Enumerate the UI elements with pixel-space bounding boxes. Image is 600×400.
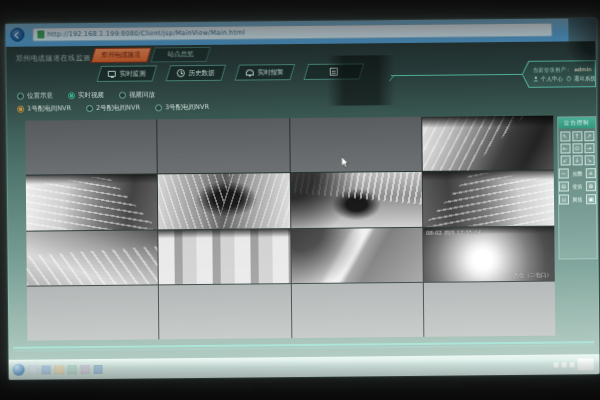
- taskbar-icons: [29, 364, 103, 374]
- menu-button[interactable]: 实时报警: [234, 64, 295, 81]
- ptz-arrow-button[interactable]: ↘: [584, 155, 594, 165]
- tray-icon[interactable]: [562, 362, 567, 367]
- menu-icon: [177, 69, 185, 77]
- power-icon: [566, 75, 572, 81]
- menu-button[interactable]: [303, 63, 364, 80]
- camera-cell[interactable]: [422, 116, 554, 172]
- ptz-iris-row: − 光圈 +: [559, 168, 596, 178]
- header-divider-line: [391, 74, 523, 79]
- focus-label: 聚焦: [571, 196, 585, 202]
- view-mode-radio[interactable]: 位置示意: [17, 91, 53, 100]
- page-bottom-accent-line: [13, 341, 594, 349]
- ptz-zoom-row: ⊖ 变倍 ⊕: [559, 181, 596, 191]
- tab-label: 站点总览: [168, 50, 194, 59]
- nvr-radio[interactable]: 1号配电间NVR: [17, 104, 71, 114]
- radio-dot-icon: [119, 92, 126, 99]
- login-label: 当前登录用户：: [533, 66, 572, 73]
- zoom-out-button[interactable]: ⊖: [559, 181, 569, 191]
- nav-tab[interactable]: 郑州电缆隧道: [90, 47, 151, 63]
- ptz-control-panel: 云台控制 ↖ ↑ ↗ ← ⊙ → ↙: [557, 116, 597, 259]
- ptz-arrow-button[interactable]: →: [584, 143, 594, 153]
- back-button[interactable]: [10, 28, 24, 42]
- url-bar[interactable]: http://192.168.1.199:8080/Client/jsp/Mai…: [32, 23, 552, 42]
- ptz-panel-title: 云台控制: [558, 117, 595, 128]
- nvr-radio[interactable]: 3号配电间NVR: [155, 103, 209, 113]
- tab-label: 郑州电缆隧道: [102, 51, 141, 60]
- url-text: http://192.168.1.199:8080/Client/jsp/Mai…: [47, 29, 245, 39]
- ptz-arrow-button[interactable]: ↙: [560, 155, 570, 165]
- nvr-select-options: 1号配电间NVR 2号配电间NVR 3号配电间NVR: [17, 102, 209, 115]
- divider-tick: [382, 76, 394, 81]
- logout-link[interactable]: 退出系统: [566, 75, 596, 82]
- iris-label: 光圈: [570, 170, 584, 176]
- menu-button[interactable]: 历史数据: [165, 65, 226, 82]
- tray-clock[interactable]: [578, 358, 594, 370]
- taskbar-app-icon[interactable]: [81, 365, 90, 374]
- camera-cell[interactable]: 08-02 周四 17:35:04 西仓（二仓口）: [423, 226, 555, 282]
- os-taskbar: [9, 354, 600, 380]
- radio-label: 3号配电间NVR: [165, 103, 209, 112]
- nav-tab[interactable]: 站点总览: [150, 47, 210, 63]
- camera-cell[interactable]: [27, 285, 159, 341]
- ptz-arrow-button[interactable]: ↓: [572, 155, 582, 165]
- camera-cell[interactable]: [291, 227, 423, 283]
- zoom-label: 变倍: [571, 183, 585, 189]
- radio-label: 2号配电间NVR: [96, 104, 140, 113]
- username: admin: [574, 66, 591, 72]
- monitor-screen: http://192.168.1.199:8080/Client/jsp/Mai…: [5, 18, 599, 380]
- taskbar-app-icon[interactable]: [29, 365, 38, 374]
- radio-dot-icon: [86, 105, 93, 112]
- page-title: 郑州电缆隧道在线监测: [16, 53, 91, 64]
- camera-cell[interactable]: [158, 173, 290, 229]
- camera-cell[interactable]: [291, 283, 423, 339]
- ptz-arrow-button[interactable]: ←: [560, 143, 570, 153]
- nvr-radio[interactable]: 2号配电间NVR: [86, 104, 140, 114]
- radio-dot-icon: [17, 106, 24, 113]
- taskbar-app-icon[interactable]: [94, 364, 103, 373]
- profile-link[interactable]: 个人中心: [533, 75, 563, 82]
- camera-cell[interactable]: [422, 171, 554, 227]
- view-mode-radio[interactable]: 视频回放: [119, 90, 155, 99]
- camera-cell[interactable]: [25, 119, 157, 175]
- start-button[interactable]: [13, 364, 25, 376]
- camera-grid: 08-02 周四 17:35:04 西仓（二仓口）: [25, 116, 555, 341]
- tray-icon[interactable]: [554, 362, 559, 367]
- ptz-focus-row: ▫ 聚焦 ▣: [559, 194, 596, 204]
- web-app-page: 郑州电缆隧道在线监测 郑州电缆隧道 站点总览 实时监测: [6, 41, 600, 360]
- menu-icon: [108, 71, 116, 77]
- camera-cell[interactable]: [159, 229, 291, 285]
- focus-plus-button[interactable]: ▣: [586, 194, 596, 204]
- view-mode-radio[interactable]: 实时视频: [68, 91, 104, 100]
- camera-cell[interactable]: [290, 172, 422, 228]
- iris-minus-button[interactable]: −: [559, 168, 569, 178]
- radio-dot-icon: [17, 93, 24, 100]
- ptz-arrow-button[interactable]: ↖: [560, 131, 570, 141]
- taskbar-app-icon[interactable]: [68, 365, 77, 374]
- camera-cell[interactable]: [290, 117, 422, 173]
- iris-plus-button[interactable]: +: [586, 168, 596, 178]
- taskbar-app-icon[interactable]: [55, 365, 64, 374]
- tab-bar: 郑州电缆隧道 站点总览: [93, 47, 209, 64]
- menu-bar: 实时监测 历史数据 实时报警: [99, 63, 362, 82]
- menu-icon: [330, 68, 338, 76]
- zoom-in-button[interactable]: ⊕: [586, 181, 596, 191]
- ptz-arrow-button[interactable]: ↑: [572, 131, 582, 141]
- taskbar-app-icon[interactable]: [42, 365, 51, 374]
- camera-cell[interactable]: [159, 284, 291, 340]
- camera-cell[interactable]: [424, 281, 556, 337]
- camera-cell[interactable]: [26, 175, 158, 231]
- focus-minus-button[interactable]: ▫: [559, 194, 569, 204]
- ptz-arrow-button[interactable]: ↗: [584, 131, 594, 141]
- camera-cell[interactable]: [157, 118, 289, 174]
- camera-label: 西仓（二仓口）: [513, 271, 552, 278]
- menu-button[interactable]: 实时监测: [96, 65, 157, 82]
- camera-timestamp: 08-02 周四 17:35:04: [426, 229, 481, 237]
- user-panel: 当前登录用户： admin 个人中心 退出系统: [522, 60, 596, 88]
- mouse-cursor: [342, 154, 350, 166]
- tray-icon[interactable]: [570, 362, 575, 367]
- view-mode-options: 位置示意 实时视频 视频回放: [17, 89, 155, 101]
- camera-cell[interactable]: [26, 230, 158, 286]
- back-arrow-icon: [14, 32, 21, 39]
- ptz-arrow-button[interactable]: ⊙: [572, 143, 582, 153]
- menu-button-label: 实时监测: [120, 69, 146, 78]
